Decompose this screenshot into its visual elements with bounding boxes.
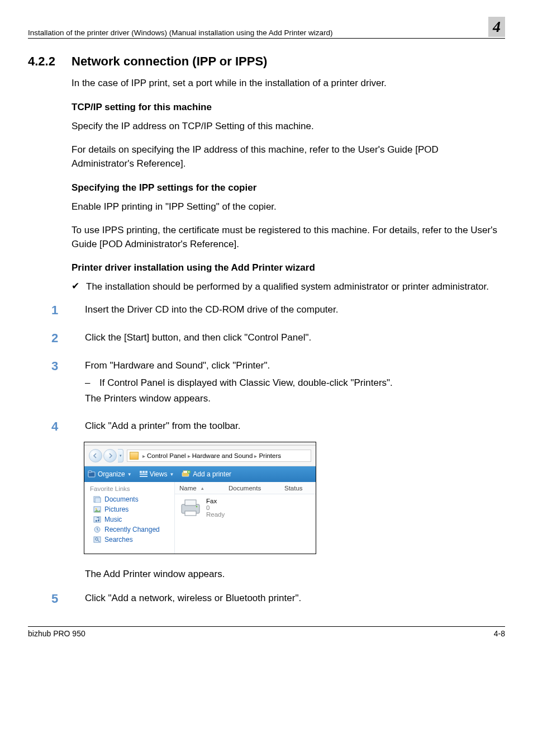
printer-doc-count: 0: [206, 504, 225, 511]
crumb-hardware-sound[interactable]: Hardware and Sound: [192, 452, 253, 459]
svg-rect-4: [145, 471, 147, 473]
step-note: If Control Panel is displayed with Class…: [99, 376, 393, 390]
address-bar: ▾ ▸ Control Panel ▸ Hardware and Sound ▸…: [84, 446, 316, 466]
section-title: Network connection (IPP or IPPS): [72, 54, 267, 69]
favorites-heading: Favorite Links: [90, 485, 170, 492]
printer-name: Fax: [206, 498, 225, 504]
back-button[interactable]: [89, 449, 102, 462]
printer-icon: [178, 498, 203, 518]
ipp-p1: Enable IPP printing in "IPP Setting" of …: [72, 200, 499, 214]
svg-point-23: [196, 506, 198, 508]
documents-icon: [93, 496, 101, 503]
svg-point-13: [96, 508, 97, 510]
chevron-down-icon: ▼: [169, 472, 174, 477]
printers-folder-icon: [130, 452, 139, 460]
prereq-note: ✔ The installation should be performed b…: [72, 280, 499, 294]
svg-point-15: [96, 520, 97, 522]
column-documents[interactable]: Documents: [229, 485, 284, 492]
column-name[interactable]: Name ▴: [175, 485, 229, 492]
svg-rect-8: [183, 471, 188, 473]
fav-searches[interactable]: Searches: [90, 536, 170, 544]
fav-documents[interactable]: Documents: [90, 495, 170, 503]
organize-label: Organize: [98, 470, 125, 478]
step-text: Click the [Start] button, and then click…: [85, 331, 311, 346]
forward-button[interactable]: [103, 449, 117, 462]
step-3: 3 From "Hardware and Sound", click "Prin…: [51, 359, 499, 406]
toolbar: Organize ▼ Views ▼ Add a printer: [84, 466, 316, 482]
step-number: 4: [51, 419, 85, 434]
printer-status: Ready: [206, 511, 225, 518]
svg-point-16: [98, 520, 99, 522]
section-number: 4.2.2: [28, 54, 72, 69]
section-heading: 4.2.2 Network connection (IPP or IPPS): [28, 54, 499, 69]
recent-icon: [93, 526, 101, 533]
svg-rect-3: [142, 471, 145, 473]
step-4: 4 Click "Add a printer" from the toolbar…: [51, 419, 499, 434]
step-number: 1: [51, 303, 85, 318]
chapter-tab: 4: [480, 17, 505, 37]
step-text: Click "Add a printer" from the toolbar.: [85, 419, 241, 434]
ipp-heading: Specifying the IPP settings for the copi…: [72, 182, 499, 193]
step-1: 1 Insert the Driver CD into the CD-ROM d…: [51, 303, 499, 318]
step-number: 2: [51, 331, 85, 346]
add-printer-label: Add a printer: [193, 470, 231, 478]
step-number: 5: [51, 592, 85, 606]
column-status[interactable]: Status: [284, 485, 316, 492]
tcpip-p1: Specify the IP address on TCP/IP Setting…: [72, 120, 499, 134]
wizard-heading: Printer driver installation using the Ad…: [72, 262, 499, 273]
step-text: Click "Add a network, wireless or Blueto…: [85, 592, 301, 606]
fav-label: Searches: [104, 536, 133, 544]
svg-rect-21: [185, 500, 196, 505]
step-2: 2 Click the [Start] button, and then cli…: [51, 331, 499, 346]
step-text: From "Hardware and Sound", click "Printe…: [85, 359, 393, 373]
prereq-text: The installation should be performed by …: [86, 280, 489, 294]
nav-history-dropdown[interactable]: ▾: [118, 449, 123, 462]
organize-button[interactable]: Organize ▼: [88, 470, 132, 478]
dash-icon: –: [85, 376, 99, 390]
breadcrumb[interactable]: ▸ Control Panel ▸ Hardware and Sound ▸ P…: [127, 450, 311, 462]
checkmark-icon: ✔: [72, 280, 86, 294]
views-label: Views: [150, 470, 168, 478]
views-icon: [140, 471, 147, 478]
fav-recently-changed[interactable]: Recently Changed: [90, 526, 170, 533]
tcpip-heading: TCP/IP setting for this machine: [72, 102, 499, 113]
crumb-printers[interactable]: Printers: [259, 452, 281, 459]
svg-rect-11: [95, 498, 101, 503]
step-after: The Printers window appears.: [85, 392, 393, 406]
column-header-row: Name ▴ Documents Status: [175, 482, 316, 494]
printer-item[interactable]: Fax 0 Ready: [175, 494, 316, 533]
svg-rect-6: [140, 476, 147, 477]
music-icon: [93, 516, 101, 523]
tcpip-p2: For details on specifying the IP address…: [72, 143, 499, 171]
printers-window: ▾ ▸ Control Panel ▸ Hardware and Sound ▸…: [84, 442, 316, 554]
sort-asc-icon: ▴: [201, 485, 204, 491]
step-5: 5 Click "Add a network, wireless or Blue…: [51, 592, 499, 606]
views-button[interactable]: Views ▼: [140, 470, 174, 478]
fav-music[interactable]: Music: [90, 516, 170, 523]
step-number: 3: [51, 359, 85, 406]
pictures-icon: [93, 506, 101, 513]
ipp-p2: To use IPPS printing, the certificate mu…: [72, 224, 499, 251]
footer-product: bizhub PRO 950: [28, 629, 85, 638]
favorites-pane: Favorite Links Documents Pictures: [84, 482, 175, 554]
fav-label: Recently Changed: [104, 526, 160, 533]
running-title: Installation of the printer driver (Wind…: [28, 29, 333, 37]
fav-pictures[interactable]: Pictures: [90, 505, 170, 513]
crumb-control-panel[interactable]: Control Panel: [147, 452, 186, 459]
fav-label: Documents: [104, 495, 139, 503]
chapter-number: 4: [493, 18, 501, 36]
organize-icon: [88, 470, 96, 478]
chevron-right-icon: ▸: [254, 453, 257, 459]
running-header: Installation of the printer driver (Wind…: [28, 17, 505, 39]
add-printer-icon: [182, 470, 191, 478]
section-intro: In the case of IPP print, set a port whi…: [72, 77, 499, 91]
column-name-label: Name: [179, 485, 197, 492]
search-icon: [93, 536, 101, 543]
chevron-down-icon: ▼: [127, 472, 132, 477]
step4-after: The Add Printer window appears.: [85, 568, 499, 582]
page-footer: bizhub PRO 950 4-8: [28, 626, 505, 638]
footer-page: 4-8: [494, 629, 505, 638]
step-text: Insert the Driver CD into the CD-ROM dri…: [85, 303, 339, 318]
add-a-printer-button[interactable]: Add a printer: [182, 470, 231, 478]
svg-rect-22: [185, 511, 196, 516]
